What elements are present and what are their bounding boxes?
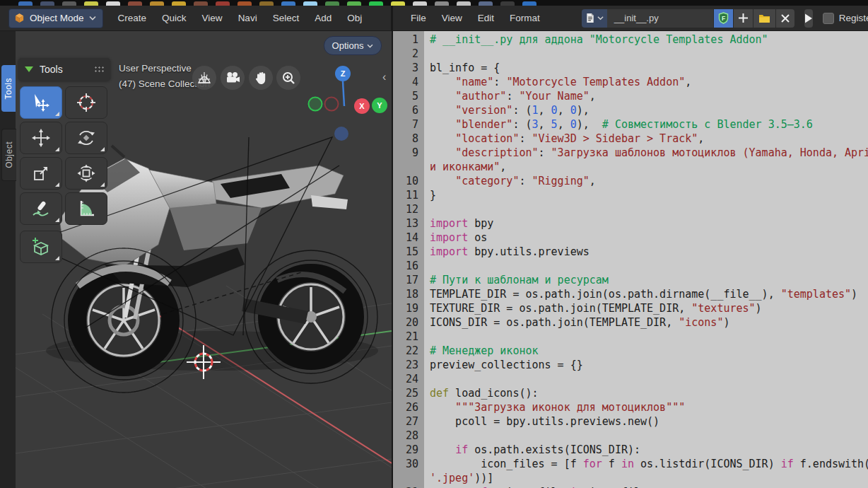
tool-add-cube[interactable] <box>20 231 62 263</box>
tool-transform[interactable] <box>65 157 107 190</box>
line-number: 15 <box>393 245 424 259</box>
code-line: 23preview_collections = {} <box>393 358 868 372</box>
code-text: import bpy <box>424 216 493 231</box>
tool-cursor[interactable] <box>65 86 107 119</box>
code-text: icon_files = [f for f in os.listdir(ICON… <box>424 457 868 471</box>
scale-icon <box>32 164 50 182</box>
chevron-down-icon <box>367 44 373 48</box>
menu-file[interactable]: File <box>403 6 434 31</box>
filename-field[interactable]: __init__.py <box>607 9 713 28</box>
zoom-view-button[interactable] <box>276 66 300 90</box>
transform-icon <box>77 164 95 182</box>
menu-quick[interactable]: Quick <box>154 6 194 31</box>
viewport-3d[interactable]: Z X Y User Perspective (47) Scene Collec… <box>0 31 392 488</box>
line-number: 22 <box>393 344 424 358</box>
register-label: Register <box>839 13 868 23</box>
line-number: 30 <box>393 457 424 471</box>
line-number: 3 <box>393 61 424 75</box>
menu-edit[interactable]: Edit <box>470 6 502 31</box>
tool-move[interactable] <box>20 122 62 154</box>
options-button[interactable]: Options <box>324 36 382 55</box>
line-number: 8 <box>393 132 424 146</box>
code-text <box>424 259 430 273</box>
tools-panel-header[interactable]: Tools <box>18 58 110 81</box>
add-cube-icon <box>31 237 51 257</box>
code-line: 3bl_info = { <box>393 61 868 75</box>
axis-ball-z-neg[interactable] <box>334 127 348 141</box>
code-text <box>424 372 430 386</box>
code-text: "location": "View3D > Sidebar > Track", <box>424 132 704 146</box>
line-number <box>393 160 424 174</box>
code-line: 30 icon_files = [f for f in os.listdir(I… <box>393 457 868 471</box>
tool-rotate[interactable] <box>65 122 107 154</box>
datablock-selector: __init__.py F <box>582 9 794 28</box>
pan-view-button[interactable] <box>249 66 273 90</box>
open-text-button[interactable] <box>753 9 775 28</box>
menu-navi[interactable]: Navi <box>230 6 265 31</box>
tool-select-box[interactable] <box>20 86 62 119</box>
code-text <box>424 429 430 443</box>
code-text: if os.path.exists(ICONS_DIR): <box>424 443 640 457</box>
register-checkbox[interactable] <box>823 13 834 24</box>
line-number: 27 <box>393 414 424 429</box>
code-line: 9 "description": "Загрузка шаблонов мото… <box>393 146 868 160</box>
drag-handle-icon[interactable] <box>94 66 104 74</box>
code-line: 7 "blender": (3, 5, 0), # Совместимость … <box>393 117 868 132</box>
line-number: 24 <box>393 372 424 386</box>
move-icon <box>32 129 50 147</box>
cursor-tool-icon <box>76 93 96 112</box>
unlink-text-button[interactable] <box>776 9 794 28</box>
tool-scale[interactable] <box>20 157 62 190</box>
mode-label: Object Mode <box>30 13 84 23</box>
viewport-menubar: CreateQuickViewNaviSelectAddObj <box>110 6 370 31</box>
code-text: "blender": (3, 5, 0), # Совместимость с … <box>424 117 813 132</box>
tool-tab-strip: Tools Object <box>0 31 16 488</box>
text-datablock-dropdown[interactable] <box>582 9 607 28</box>
walk-navigation-button[interactable] <box>192 66 216 90</box>
code-line: 28 <box>393 429 868 443</box>
menu-select[interactable]: Select <box>265 6 307 31</box>
editor-menubar: FileViewEditFormat <box>403 6 548 31</box>
code-line: 14import os <box>393 231 868 245</box>
blender-window: Object Mode CreateQuickViewNaviSelectAdd… <box>0 0 868 488</box>
code-text: и иконками", <box>424 160 506 174</box>
code-text: ICONS_DIR = os.path.join(TEMPLATE_DIR, "… <box>424 315 729 330</box>
menu-obj[interactable]: Obj <box>339 6 370 31</box>
menu-add[interactable]: Add <box>307 6 339 31</box>
axis-ball-y-neg[interactable] <box>309 98 322 111</box>
menu-format[interactable]: Format <box>502 6 548 31</box>
fake-user-letter: F <box>722 15 725 22</box>
code-text: "name": "Motorcycle Templates Addon", <box>424 75 691 89</box>
code-text: # __init__.py для аддона "Motorcycle Tem… <box>424 33 768 47</box>
tab-tools-label: Tools <box>4 78 13 100</box>
mode-dropdown[interactable]: Object Mode <box>8 8 103 28</box>
tool-measure[interactable] <box>65 192 107 225</box>
tab-tools[interactable]: Tools <box>1 65 16 112</box>
text-editor[interactable]: 1# __init__.py для аддона "Motorcycle Te… <box>393 31 868 488</box>
fake-user-button[interactable]: F <box>714 9 733 28</box>
code-line: 6 "version": (1, 0, 0), <box>393 103 868 117</box>
code-line: 19TEXTURE_DIR = os.path.join(TEMPLATE_DI… <box>393 301 868 315</box>
taskbar-sliver <box>0 0 868 6</box>
camera-view-button[interactable] <box>221 66 245 90</box>
tab-object[interactable]: Object <box>1 129 16 181</box>
line-number: 1 <box>393 33 424 47</box>
run-script-button[interactable] <box>804 9 813 28</box>
cube-icon <box>14 13 25 23</box>
menu-view[interactable]: View <box>434 6 470 31</box>
line-number: 16 <box>393 259 424 273</box>
code-text: '.jpeg'))] <box>424 471 493 485</box>
line-number: 5 <box>393 89 424 103</box>
sidebar-collapse-arrow[interactable]: ‹ <box>382 71 386 83</box>
menu-create[interactable]: Create <box>110 6 155 31</box>
line-number: 29 <box>393 443 424 457</box>
line-number: 18 <box>393 287 424 301</box>
code-text: import os <box>424 231 487 245</box>
tool-annotate[interactable] <box>20 192 62 225</box>
play-icon <box>804 13 813 23</box>
new-text-button[interactable] <box>734 9 753 28</box>
line-number: 9 <box>393 146 424 160</box>
code-text: # Пути к шаблонам и ресурсам <box>424 273 609 287</box>
code-line: 26 """Загрузка иконок для мотоциклов""" <box>393 400 868 414</box>
menu-view[interactable]: View <box>194 6 230 31</box>
